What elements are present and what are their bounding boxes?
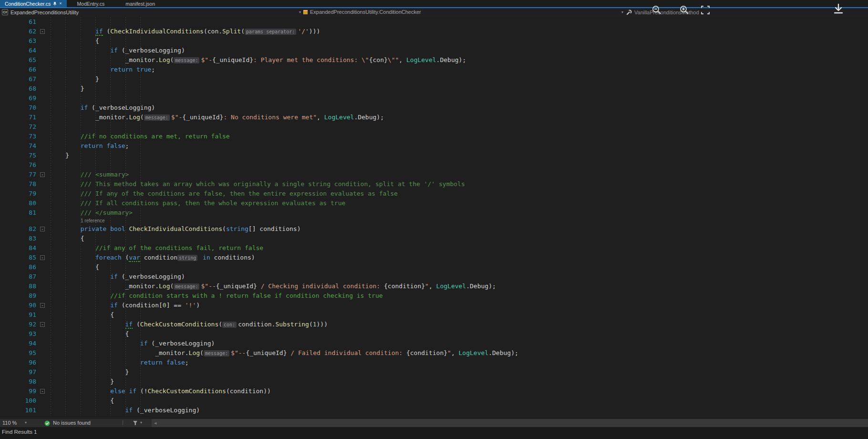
code-line[interactable]: 90- if (condition[0] == '!')	[0, 301, 868, 310]
token: /// <summary>	[81, 171, 129, 178]
code-text: return false;	[50, 141, 129, 151]
code-line[interactable]: 98 }	[0, 377, 868, 387]
fold-margin	[36, 65, 50, 74]
token: /// </summary>	[81, 209, 133, 216]
download-icon[interactable]	[832, 3, 845, 15]
code-line[interactable]: 79 /// If any of the conditions are fals…	[0, 189, 868, 199]
code-line[interactable]: 65 _monitor.Log(message:$"-{_uniqueId}: …	[0, 55, 868, 65]
token: {	[125, 330, 129, 337]
tab-conditionchecker[interactable]: ConditionChecker.cs ×	[0, 0, 67, 7]
close-icon[interactable]: ×	[59, 1, 62, 6]
health-check-icon[interactable]	[44, 420, 50, 426]
code-line[interactable]: 84 //if any of the conditions fail, retu…	[0, 243, 868, 253]
code-line[interactable]: 82- private bool CheckIndividualConditio…	[0, 224, 868, 234]
code-line[interactable]: 80 /// If all conditions pass, then the …	[0, 199, 868, 208]
code-line[interactable]: 100 {	[0, 396, 868, 406]
health-status-text[interactable]: No issues found	[53, 420, 91, 426]
code-text: //if no conditions are met, return false	[50, 132, 230, 141]
code-text: if (_verboseLogging)	[50, 103, 155, 113]
code-line[interactable]: 64 if (_verboseLogging)	[0, 46, 868, 55]
fold-collapse-icon[interactable]: -	[40, 303, 45, 308]
token: )	[181, 273, 185, 280]
line-number: 62	[0, 27, 36, 36]
fold-collapse-icon[interactable]: -	[40, 322, 45, 327]
code-text: }	[50, 74, 99, 84]
line-number: 94	[0, 339, 36, 348]
fold-margin	[36, 132, 50, 141]
code-line[interactable]: 85- foreach (var conditionstring in cond…	[0, 253, 868, 262]
code-line[interactable]: 76	[0, 160, 868, 170]
code-line[interactable]: 83 {	[0, 234, 868, 243]
code-line[interactable]: 71 _monitor.Log(message:$"-{_uniqueId}: …	[0, 113, 868, 122]
fold-collapse-icon[interactable]: -	[40, 255, 45, 260]
code-line[interactable]: 73 //if no conditions are met, return fa…	[0, 132, 868, 141]
fold-collapse-icon[interactable]: -	[40, 172, 45, 177]
code-text: if (_verboseLogging)	[50, 406, 200, 415]
horizontal-scrollbar[interactable]: ◀	[152, 419, 868, 427]
class-icon	[303, 10, 308, 14]
code-line[interactable]: 92- if (CheckCustomConditions(con:condit…	[0, 320, 868, 329]
code-line[interactable]: 70 if (_verboseLogging)	[0, 103, 868, 113]
line-number: 76	[0, 160, 36, 170]
code-text	[50, 94, 51, 103]
fold-collapse-icon[interactable]: -	[40, 389, 45, 394]
chevron-down-icon[interactable]: ▾	[140, 420, 142, 425]
zoom-level-selector[interactable]: 110 %	[2, 420, 17, 426]
code-line[interactable]: 87 if (_verboseLogging)	[0, 272, 868, 282]
code-line[interactable]: 88 _monitor.Log(message:$"--{_uniqueId} …	[0, 282, 868, 291]
code-text: //if condition starts with a ! return fa…	[50, 291, 383, 301]
project-dropdown[interactable]: C# ExpandedPreconditionsUtility	[2, 9, 79, 15]
code-line[interactable]: 68 }	[0, 84, 868, 94]
code-line[interactable]: 66 return true;	[0, 65, 868, 74]
tab-manifest[interactable]: manifest.json	[115, 0, 165, 7]
tab-modentry[interactable]: ModEntry.cs	[67, 0, 115, 7]
chevron-down-icon: ▾	[299, 10, 301, 14]
code-line[interactable]: 74 return false;	[0, 141, 868, 151]
token: )	[196, 302, 200, 309]
code-line[interactable]: 99- else if (!CheckCustomConditions(cond…	[0, 387, 868, 396]
code-line[interactable]: 61	[0, 17, 868, 27]
pin-icon[interactable]	[53, 1, 57, 6]
code-line[interactable]: 89 //if condition starts with a ! return…	[0, 291, 868, 301]
code-line[interactable]: 67 }	[0, 74, 868, 84]
code-line[interactable]: 77- /// <summary>	[0, 170, 868, 179]
code-line[interactable]: 72	[0, 122, 868, 132]
code-line[interactable]: 101 if (_verboseLogging)	[0, 406, 868, 415]
token: (	[241, 28, 245, 35]
code-line[interactable]: 97 }	[0, 367, 868, 377]
fold-margin	[36, 122, 50, 132]
fold-collapse-icon[interactable]: -	[40, 29, 45, 34]
token: if	[125, 407, 133, 414]
code-line[interactable]: 96 return false;	[0, 358, 868, 367]
code-line[interactable]: 86 {	[0, 262, 868, 272]
codelens-references[interactable]: 1 reference	[0, 218, 868, 224]
token: {con}	[369, 56, 388, 63]
code-line[interactable]: 94 if (_verboseLogging)	[0, 339, 868, 348]
code-line[interactable]: 81 /// </summary>	[0, 208, 868, 218]
token: );	[488, 282, 496, 290]
code-line[interactable]: 95 _monitor.Log(message:$"--{_uniqueId} …	[0, 348, 868, 358]
code-line[interactable]: 93 {	[0, 329, 868, 339]
token: $"-	[201, 56, 212, 63]
fold-collapse-icon[interactable]: -	[40, 227, 45, 231]
fullscreen-icon[interactable]	[701, 6, 710, 14]
code-line[interactable]: 62- if (CheckIndividualConditions(con.Sp…	[0, 27, 868, 36]
token: if	[140, 340, 148, 347]
code-text: }	[50, 84, 84, 94]
code-line[interactable]: 69	[0, 94, 868, 103]
code-line[interactable]: 91 {	[0, 310, 868, 320]
zoom-out-icon[interactable]	[651, 5, 662, 15]
code-line[interactable]: 78 /// This method takes an array which …	[0, 179, 868, 189]
scroll-left-icon[interactable]: ◀	[154, 421, 156, 425]
zoom-in-icon[interactable]	[679, 5, 690, 15]
token: "	[447, 349, 451, 356]
code-line[interactable]: 63 {	[0, 36, 868, 46]
filter-icon[interactable]	[132, 420, 138, 426]
chevron-down-icon[interactable]: ▾	[25, 420, 27, 425]
token: /// If all conditions pass, then the who…	[81, 199, 346, 207]
line-number: 73	[0, 132, 36, 141]
code-editor[interactable]: 6162- if (CheckIndividualConditions(con.…	[0, 17, 868, 419]
line-number: 77	[0, 170, 36, 179]
type-dropdown[interactable]: ▾ ExpandedPreconditionsUtility.Condition…	[299, 9, 421, 15]
code-line[interactable]: 75 }	[0, 151, 868, 160]
